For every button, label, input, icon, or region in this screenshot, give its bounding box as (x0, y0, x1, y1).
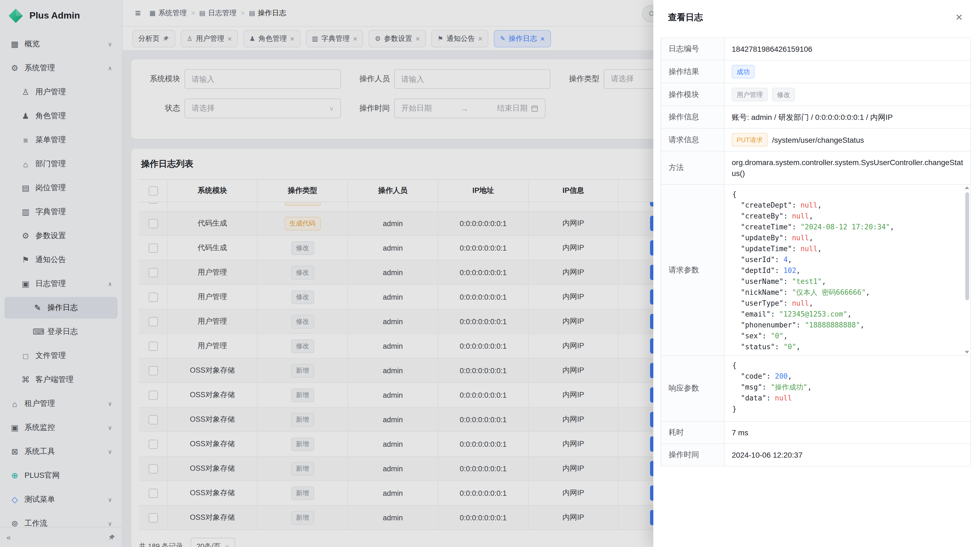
log-details: 日志编号 1842781986426159106 操作结果 成功 操作模块 用户… (660, 38, 971, 466)
module-row: 操作模块 用户管理 修改 (661, 83, 970, 106)
method-row: 方法 org.dromara.system.controller.system.… (661, 152, 970, 185)
response-params-code: { "code": 200, "msg": "操作成功", "data": nu… (725, 356, 970, 419)
module-label: 操作模块 (661, 83, 725, 106)
operation-tag: 修改 (772, 88, 795, 101)
scrollbar-thumb[interactable] (965, 192, 969, 300)
request-params-row: 请求参数 { "createDept": null, "createBy": n… (661, 185, 970, 356)
result-row: 操作结果 成功 (661, 61, 970, 83)
view-log-drawer: 查看日志 × 日志编号 1842781986426159106 操作结果 成功 … (653, 0, 980, 547)
result-tag: 成功 (732, 65, 755, 78)
close-icon[interactable]: × (956, 11, 963, 24)
duration-value: 7 ms (725, 422, 970, 443)
scrollbar-down-icon[interactable] (965, 351, 969, 354)
scrollbar-up-icon[interactable] (965, 186, 969, 189)
info-label: 操作信息 (661, 106, 725, 128)
request-row: 请求信息 PUT请求 /system/user/changeStatus (661, 129, 970, 152)
duration-row: 耗时 7 ms (661, 422, 970, 444)
response-params-value: { "code": 200, "msg": "操作成功", "data": nu… (725, 356, 970, 421)
method-label: 方法 (661, 152, 725, 184)
log-id-row: 日志编号 1842781986426159106 (661, 38, 970, 61)
result-label: 操作结果 (661, 61, 725, 83)
drawer-header: 查看日志 × (653, 0, 980, 35)
time-row: 操作时间 2024-10-06 12:20:37 (661, 444, 970, 466)
request-method-tag: PUT请求 (732, 133, 768, 147)
duration-label: 耗时 (661, 422, 725, 443)
response-params-row: 响应参数 { "code": 200, "msg": "操作成功", "data… (661, 356, 970, 422)
method-value: org.dromara.system.controller.system.Sys… (725, 152, 970, 184)
app-window: Plus Admin ▦ 概览 ⚙ 系统管理 ♙ 用户管理 (0, 0, 980, 547)
info-value: 账号: admin / 研发部门 / 0:0:0:0:0:0:0:1 / 内网I… (725, 106, 970, 128)
request-label: 请求信息 (661, 129, 725, 151)
info-row: 操作信息 账号: admin / 研发部门 / 0:0:0:0:0:0:0:1 … (661, 106, 970, 129)
time-value: 2024-10-06 12:20:37 (725, 444, 970, 466)
request-params-code: { "createDept": null, "createBy": null, … (725, 185, 970, 355)
module-tag: 用户管理 (732, 88, 768, 101)
request-url: /system/user/changeStatus (772, 134, 864, 145)
request-params-label: 请求参数 (661, 185, 725, 355)
log-id-value: 1842781986426159106 (725, 38, 970, 60)
request-params-value: { "createDept": null, "createBy": null, … (725, 185, 970, 355)
log-id-label: 日志编号 (661, 38, 725, 60)
drawer-title: 查看日志 (668, 12, 703, 23)
time-label: 操作时间 (661, 444, 725, 466)
response-params-label: 响应参数 (661, 356, 725, 421)
